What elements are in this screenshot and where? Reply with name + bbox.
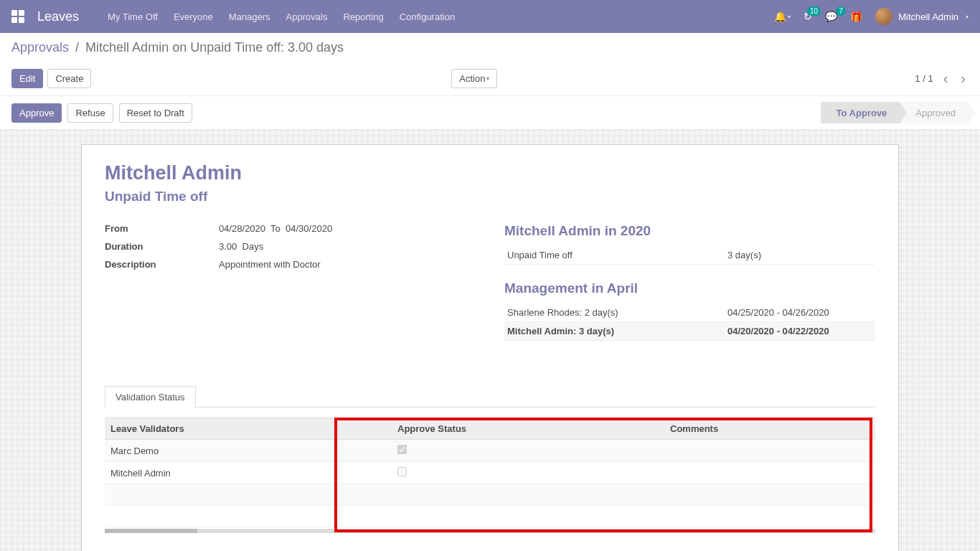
table-row: Mitchell Admin: 3 day(s) 04/20/2020 - 04… — [504, 322, 875, 341]
statusbar: To Approve Approved — [821, 102, 969, 123]
col-approve-status: Approve Status — [392, 418, 664, 440]
discuss-icon[interactable]: 💬7 — [825, 11, 837, 22]
activities-badge: 10 — [807, 6, 821, 16]
refuse-button[interactable]: Refuse — [67, 103, 113, 123]
summary-month-table: Sharlene Rhodes: 2 day(s) 04/25/2020 - 0… — [504, 303, 875, 341]
menu-approvals[interactable]: Approvals — [286, 11, 328, 22]
activities-icon[interactable]: ↻10 — [804, 11, 812, 22]
form-sheet: Mitchell Admin Unpaid Time off From 04/2… — [81, 144, 899, 551]
menu-managers[interactable]: Managers — [229, 11, 270, 22]
approve-button[interactable]: Approve — [11, 103, 62, 123]
pager: 1 / 1 ‹ › — [915, 70, 969, 87]
label-duration: Duration — [105, 241, 212, 252]
table-row: Unpaid Time off 3 day(s) — [504, 246, 875, 265]
table-row — [105, 506, 875, 527]
summary-month-title: Management in April — [504, 281, 875, 296]
navbar-menu: My Time Off Everyone Managers Approvals … — [108, 11, 455, 22]
user-menu[interactable]: Mitchell Admin ▾ — [875, 8, 969, 25]
label-description: Description — [105, 259, 212, 270]
table-row: Marc Demo — [105, 440, 875, 462]
table-row: Mitchell Admin — [105, 462, 875, 484]
approve-checkbox — [397, 445, 407, 454]
create-button[interactable]: Create — [47, 69, 91, 88]
menu-my-time-off[interactable]: My Time Off — [108, 11, 158, 22]
table-row: Sharlene Rhodes: 2 day(s) 04/25/2020 - 0… — [504, 303, 875, 322]
gift-icon[interactable]: 🎁 — [850, 11, 862, 22]
action-dropdown[interactable]: Action ▾ — [451, 69, 497, 88]
employee-name: Mitchell Admin — [105, 162, 875, 184]
discuss-badge: 7 — [836, 6, 846, 16]
notifications-icon[interactable]: 🔔▾ — [774, 11, 791, 22]
menu-reporting[interactable]: Reporting — [343, 11, 383, 22]
pager-next-icon[interactable]: › — [958, 70, 969, 87]
col-leave-validators: Leave Validators — [105, 418, 392, 440]
value-from: 04/28/2020 To 04/30/2020 — [212, 223, 332, 234]
tab-validation-status[interactable]: Validation Status — [105, 386, 196, 408]
app-name[interactable]: Leaves — [37, 9, 79, 24]
pager-prev-icon[interactable]: ‹ — [941, 70, 951, 87]
status-approved[interactable]: Approved — [900, 102, 969, 123]
breadcrumb-current: Mitchell Admin on Unpaid Time off: 3.00 … — [85, 40, 344, 55]
status-to-approve[interactable]: To Approve — [821, 102, 900, 123]
reset-to-draft-button[interactable]: Reset to Draft — [119, 103, 192, 123]
avatar — [875, 8, 892, 25]
menu-configuration[interactable]: Configuration — [400, 11, 455, 22]
menu-everyone[interactable]: Everyone — [174, 11, 213, 22]
table-scrollbar[interactable] — [105, 529, 875, 533]
value-duration: 3.00 Days — [212, 241, 263, 252]
edit-button[interactable]: Edit — [11, 69, 43, 88]
pager-text: 1 / 1 — [915, 73, 933, 84]
table-row — [105, 484, 875, 506]
col-comments: Comments — [664, 418, 875, 440]
validation-table: Leave Validators Approve Status Comments… — [105, 418, 875, 527]
label-from: From — [105, 223, 212, 234]
navbar: Leaves My Time Off Everyone Managers App… — [0, 0, 980, 33]
summary-year-title: Mitchell Admin in 2020 — [504, 223, 875, 239]
apps-icon[interactable] — [11, 10, 24, 23]
value-description: Appointment with Doctor — [212, 259, 321, 270]
leave-type: Unpaid Time off — [105, 189, 875, 204]
summary-year-table: Unpaid Time off 3 day(s) — [504, 246, 875, 265]
breadcrumb-root[interactable]: Approvals — [11, 40, 69, 55]
user-name: Mitchell Admin — [898, 11, 958, 22]
breadcrumb: Approvals / Mitchell Admin on Unpaid Tim… — [11, 40, 969, 55]
approve-checkbox — [397, 467, 407, 476]
